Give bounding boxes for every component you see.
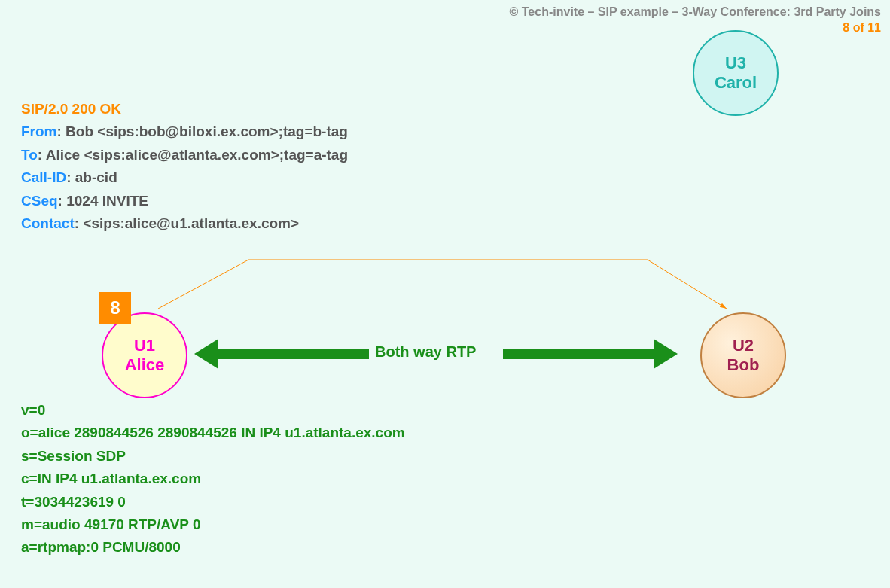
sip-header-name: To	[21, 147, 38, 163]
node-carol: U3 Carol	[693, 30, 779, 116]
node-id: U1	[134, 336, 155, 355]
sip-header-value: : Bob <sips:bob@biloxi.ex.com>;tag=b-tag	[57, 123, 348, 139]
sdp-line: m=audio 49170 RTP/AVP 0	[21, 513, 405, 536]
sip-header-value: : <sips:alice@u1.atlanta.ex.com>	[75, 215, 299, 231]
svg-marker-6	[654, 339, 678, 369]
sip-header-contact: Contact: <sips:alice@u1.atlanta.ex.com>	[21, 212, 348, 235]
rtp-label: Both way RTP	[375, 343, 476, 361]
sip-header-value: : ab-cid	[66, 169, 117, 185]
step-badge: 8	[99, 292, 131, 324]
node-label: Carol	[715, 73, 757, 93]
sip-header-from: From: Bob <sips:bob@biloxi.ex.com>;tag=b…	[21, 120, 348, 143]
sdp-line: o=alice 2890844526 2890844526 IN IP4 u1.…	[21, 422, 405, 444]
svg-marker-5	[194, 339, 218, 369]
sdp-line: c=IN IP4 u1.atlanta.ex.com	[21, 468, 405, 490]
page-counter: 8 of 11	[510, 20, 881, 36]
node-id: U3	[725, 53, 746, 73]
sip-status-line: SIP/2.0 200 OK	[21, 98, 348, 120]
svg-rect-3	[218, 349, 369, 359]
sip-header-name: CSeq	[21, 193, 58, 209]
sip-message-block: SIP/2.0 200 OK From: Bob <sips:bob@bilox…	[21, 98, 348, 235]
sdp-line: s=Session SDP	[21, 445, 405, 468]
node-id: U2	[733, 336, 754, 355]
sdp-body-block: v=0 o=alice 2890844526 2890844526 IN IP4…	[21, 399, 405, 559]
sdp-line: t=3034423619 0	[21, 491, 405, 513]
svg-rect-4	[503, 349, 654, 359]
sip-header-value: : Alice <sips:alice@atlanta.ex.com>;tag=…	[38, 147, 348, 163]
sip-header-name: From	[21, 123, 57, 139]
sdp-line: a=rtpmap:0 PCMU/8000	[21, 536, 405, 559]
header-attribution: © Tech-invite – SIP example – 3-Way Conf…	[510, 5, 881, 36]
node-label: Bob	[727, 355, 760, 375]
node-bob: U2 Bob	[700, 312, 786, 398]
copyright-text: © Tech-invite – SIP example – 3-Way Conf…	[510, 5, 881, 20]
svg-line-2	[648, 260, 727, 309]
sip-header-to: To: Alice <sips:alice@atlanta.ex.com>;ta…	[21, 144, 348, 166]
sip-header-cseq: CSeq: 1024 INVITE	[21, 190, 348, 212]
sdp-line: v=0	[21, 399, 405, 422]
node-alice: U1 Alice	[102, 312, 187, 398]
sip-header-callid: Call-ID: ab-cid	[21, 166, 348, 189]
sip-header-value: : 1024 INVITE	[58, 193, 148, 209]
svg-line-0	[158, 260, 248, 309]
sip-header-name: Call-ID	[21, 169, 66, 185]
node-label: Alice	[125, 355, 165, 375]
sip-header-name: Contact	[21, 215, 75, 231]
